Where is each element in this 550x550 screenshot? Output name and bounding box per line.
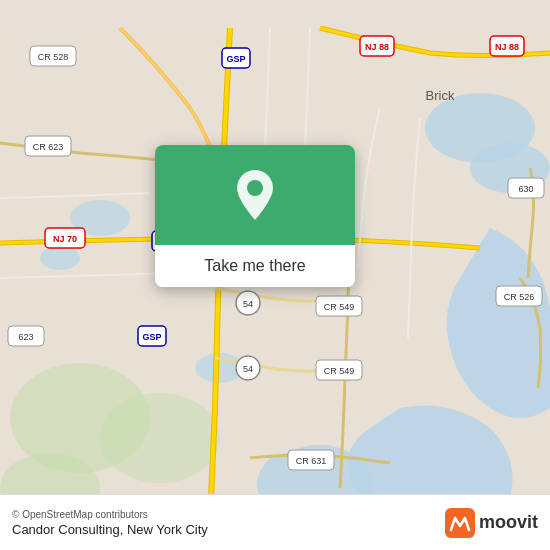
take-me-there-label[interactable]: Take me there [204,257,305,274]
svg-text:NJ 88: NJ 88 [495,42,519,52]
svg-text:GSP: GSP [142,332,161,342]
attribution-text: © OpenStreetMap contributors [12,509,208,520]
svg-rect-11 [360,36,394,56]
svg-rect-45 [445,508,475,538]
bottom-bar-left: © OpenStreetMap contributors Candor Cons… [12,509,208,537]
svg-point-44 [247,180,263,196]
svg-text:54: 54 [243,364,253,374]
popup-card: Take me there [155,145,355,287]
svg-point-2 [470,143,550,193]
svg-text:Brick: Brick [426,88,455,103]
svg-text:CR 549: CR 549 [324,366,355,376]
svg-rect-25 [138,326,166,346]
location-label: Candor Consulting, New York City [12,522,208,537]
location-pin-icon [233,168,277,222]
svg-text:CR 631: CR 631 [296,456,327,466]
svg-text:CR 528: CR 528 [38,52,69,62]
svg-text:CR 549: CR 549 [324,302,355,312]
svg-point-1 [425,93,535,163]
moovit-text-label: moovit [479,512,538,533]
svg-text:GSP: GSP [226,54,245,64]
svg-rect-17 [222,48,250,68]
svg-rect-33 [316,360,362,380]
svg-text:CR 623: CR 623 [33,142,64,152]
svg-rect-37 [288,450,334,470]
svg-text:NJ 88: NJ 88 [365,42,389,52]
svg-rect-9 [30,46,76,66]
popup-card-bottom[interactable]: Take me there [155,245,355,287]
svg-text:630: 630 [518,184,533,194]
svg-point-29 [236,356,260,380]
svg-rect-35 [8,326,44,346]
svg-text:54: 54 [243,299,253,309]
svg-text:NJ 70: NJ 70 [53,234,77,244]
svg-point-6 [10,363,150,473]
svg-rect-13 [490,36,524,56]
svg-point-5 [195,353,245,383]
svg-text:CR 526: CR 526 [504,292,535,302]
svg-rect-39 [496,286,542,306]
popup-card-header [155,145,355,245]
svg-point-27 [236,291,260,315]
bottom-bar: © OpenStreetMap contributors Candor Cons… [0,494,550,550]
svg-rect-15 [25,136,71,156]
svg-rect-31 [316,296,362,316]
map-container: CR 528 NJ 88 NJ 88 CR 623 GSP CR 528 NJ … [0,0,550,550]
moovit-logo[interactable]: moovit [445,508,538,538]
svg-rect-21 [45,228,85,248]
svg-rect-41 [508,178,544,198]
moovit-icon [445,508,475,538]
svg-text:623: 623 [18,332,33,342]
svg-point-3 [70,200,130,236]
svg-point-4 [40,246,80,270]
svg-point-7 [100,393,220,483]
